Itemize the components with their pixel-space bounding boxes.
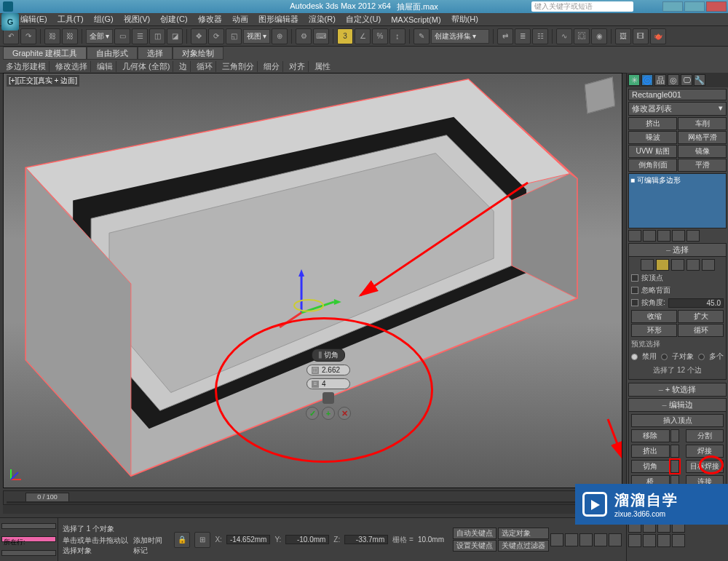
caddy-apply-button[interactable]: + [322,407,335,420]
rollout-edit-edges-head[interactable]: 编辑边 [628,398,727,412]
sub-vertex[interactable] [641,259,654,271]
object-name-field[interactable]: Rectangle001 [628,89,727,100]
app-menu-button[interactable]: G [1,13,19,31]
extrude-button[interactable]: 挤出 [631,445,670,458]
graphite-tab-modeling[interactable]: Graphite 建模工具 [3,47,87,60]
ref-coord[interactable]: 视图 ▾ [243,29,270,44]
tab-utilities[interactable]: 🔧 [694,74,705,86]
ribbon-group-edges[interactable]: 边 [176,61,191,72]
shrink-button[interactable]: 收缩 [631,310,677,323]
spinner-snap-button[interactable]: ↨ [389,28,405,44]
configure-sets-button[interactable] [687,230,700,242]
prompt-add-time-tag[interactable]: 添加时间标记 [133,536,166,556]
fov-button[interactable] [628,534,641,547]
goto-start-button[interactable] [550,533,563,546]
chamfer-segments-field[interactable]: ≡ 4 [306,378,350,389]
window-crossing-button[interactable]: ◪ [167,28,183,44]
modifier-stack[interactable]: ■ 可编辑多边形 [628,173,727,228]
ribbon-group-geomall[interactable]: 几何体 (全部) [119,61,173,72]
mod-uvw[interactable]: UVW 贴图 [628,145,677,158]
align-button[interactable]: ≣ [515,28,531,44]
help-search[interactable]: 键入关键字或短语 [531,1,633,12]
select-region-button[interactable]: ◫ [149,28,165,44]
menu-group[interactable]: 组(G) [94,14,114,25]
menu-help[interactable]: 帮助(H) [451,14,478,25]
preview-subobj-radio[interactable] [661,354,668,360]
edit-named-sel[interactable]: ✎ [414,28,430,44]
layer-button[interactable]: ☷ [532,28,548,44]
viewport[interactable]: [+][正交][真实 + 边面] ‖ 切角 ◫ 2.662 [3,73,622,488]
material-editor-button[interactable]: ◉ [591,28,607,44]
schematic-view-button[interactable]: ⿴ [574,28,590,44]
stack-item-editable-poly[interactable]: ■ 可编辑多边形 [630,175,724,186]
selection-filter[interactable]: 全部 ▾ [86,29,113,44]
next-frame-button[interactable] [594,533,607,546]
mod-bevelprof[interactable]: 倒角剖面 [628,159,677,172]
rotate-button[interactable]: ⟳ [208,28,224,44]
named-sel-set[interactable]: 创建选择集 ▾ [431,29,489,44]
coord-z[interactable]: -33.7mm [344,535,388,544]
link-button[interactable]: ⛓ [44,28,60,44]
snap-3-button[interactable]: 3 [337,28,353,44]
menu-create[interactable]: 创建(C) [160,14,187,25]
select-object-button[interactable]: ▭ [114,28,130,44]
mod-mirror[interactable]: 镜像 [678,145,727,158]
graphite-tab-selection[interactable]: 选择 [138,47,173,60]
mirror-button[interactable]: ⇄ [497,28,513,44]
render-frame-button[interactable]: 🎞 [633,28,649,44]
select-name-button[interactable]: ☰ [132,28,148,44]
autokey-button[interactable]: 自动关键点 [453,528,496,539]
key-filters-button[interactable]: 关键点过滤器 [498,540,549,552]
tab-create[interactable]: ✳ [628,74,640,86]
remove-mod-button[interactable] [672,230,685,242]
tab-motion[interactable]: ◎ [668,74,679,86]
redo-button[interactable]: ↷ [20,28,36,44]
modifier-list[interactable]: 修改器列表▾ [628,102,727,116]
ribbon-group-props[interactable]: 属性 [312,61,333,72]
mod-extrude[interactable]: 挤出 [628,117,677,130]
mod-meshsmooth[interactable]: 网格平滑 [678,131,727,144]
show-end-button[interactable] [643,230,656,242]
by-angle-check[interactable] [631,299,638,306]
coord-x[interactable]: -14.652mm [226,535,271,544]
pin-stack-button[interactable] [628,230,641,242]
tab-display[interactable]: 🖵 [681,74,692,86]
remove-settings[interactable] [670,429,679,442]
angle-snap-button[interactable]: ∠ [355,28,371,44]
menu-maxscript[interactable]: MAXScript(M) [391,15,440,24]
render-button[interactable]: 🫖 [650,28,666,44]
preview-multi-radio[interactable] [698,354,705,360]
chamfer-open-toggle[interactable] [323,392,334,404]
sub-polygon[interactable] [687,259,700,271]
by-vertex-check[interactable] [631,274,638,282]
ribbon-group-edit[interactable]: 编辑 [94,61,116,72]
manipulate-button[interactable]: ⚙ [296,28,312,44]
coord-y[interactable]: -10.0mm [285,535,329,544]
keyboard-shortcut-button[interactable]: ⌨ [313,28,329,44]
orbit-button[interactable] [657,534,670,547]
menu-tools[interactable]: 工具(T) [58,14,84,25]
by-angle-value[interactable]: 45.0 [668,298,724,308]
rollout-selection-head[interactable]: 选择 [628,243,727,257]
ribbon-group-modsel[interactable]: 修改选择 [52,61,91,72]
goto-end-button[interactable] [609,533,622,546]
ribbon-group-align[interactable]: 对齐 [286,61,309,72]
ribbon-group-subdiv[interactable]: 细分 [261,61,283,72]
target-weld-button[interactable]: 目标焊接 [686,460,724,473]
track-bar[interactable] [3,505,622,514]
split-button[interactable]: 分割 [686,429,724,442]
curve-editor-button[interactable]: ∿ [556,28,572,44]
caddy-ok-button[interactable]: ✓ [306,407,319,420]
ribbon-group-poly[interactable]: 多边形建模 [3,61,50,72]
graphite-tab-paint[interactable]: 对象绘制 [173,47,223,60]
ribbon-group-loops[interactable]: 循环 [194,61,216,72]
menu-animation[interactable]: 动画 [232,14,248,25]
close-button[interactable] [706,1,727,12]
tab-modify[interactable]: 🌀 [641,74,653,86]
loop-button[interactable]: 循环 [678,324,724,337]
caddy-cancel-button[interactable]: ✕ [338,407,351,420]
menu-customize[interactable]: 自定义(U) [346,14,381,25]
insert-vertex-button[interactable]: 插入顶点 [631,414,724,427]
ribbon-group-tri[interactable]: 三角剖分 [219,61,258,72]
sub-edge[interactable] [656,259,669,271]
